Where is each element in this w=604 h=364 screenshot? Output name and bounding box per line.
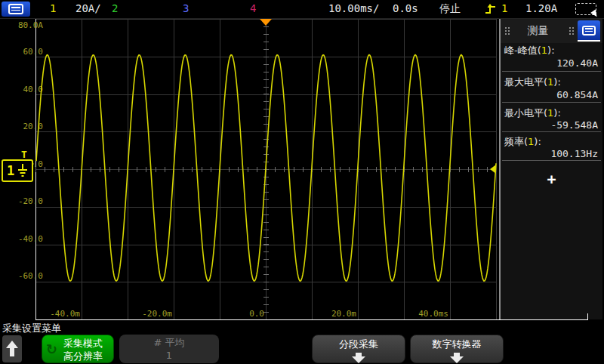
- measurements-panel: 测量 峰-峰值(1): 120.40A 最大电平(1): 60.854A 最小电…: [499, 19, 602, 319]
- measurement-label[interactable]: 最小电平(1):: [504, 106, 599, 120]
- trigger-level-status[interactable]: 1.20A: [525, 2, 557, 14]
- average-label: # 平均: [119, 336, 219, 349]
- ground-icon: [17, 164, 28, 177]
- y-axis-label: 80.0A: [2, 20, 43, 30]
- x-axis-label: -20.0m: [127, 309, 172, 319]
- center-axis-ticks-horizontal: [35, 167, 496, 172]
- measurements-menu-button[interactable]: [578, 20, 600, 42]
- x-axis-label: 40.0ms: [403, 309, 448, 319]
- axis-baseline: [35, 319, 588, 320]
- trigger-source-status[interactable]: 1: [501, 2, 507, 14]
- divider: [502, 102, 601, 103]
- measurements-panel-title: 测量: [501, 24, 575, 38]
- x-axis-label: 20.0m: [311, 309, 356, 319]
- x-axis-label: 0.0: [219, 309, 264, 319]
- channel1-marker-label: 1: [7, 163, 14, 178]
- measurement-value: 100.13Hz: [550, 148, 598, 159]
- down-arrow-icon: [352, 356, 365, 363]
- measurement-label[interactable]: 频率(1):: [504, 135, 599, 149]
- menu-back-button[interactable]: [2, 335, 22, 362]
- measurement-value: -59.548A: [550, 119, 598, 131]
- digitizer-label: 数字转换器: [411, 338, 503, 351]
- y-axis-label: 60.0: [2, 47, 43, 57]
- measurement-value: 60.854A: [556, 89, 598, 100]
- rising-edge-trigger-icon[interactable]: [485, 3, 497, 18]
- up-arrow-icon: [6, 341, 18, 348]
- drag-handle-icon[interactable]: [569, 27, 571, 29]
- channel1-ground-marker[interactable]: 1: [2, 159, 33, 182]
- delay-status[interactable]: 0.0s: [393, 2, 418, 14]
- status-bar: 1 20A/ 2 3 4 10.00ms/ 0.0s 停止 1 1.20A: [0, 0, 604, 19]
- run-state-status[interactable]: 停止: [439, 2, 461, 16]
- channel2-status[interactable]: 2: [112, 2, 118, 14]
- y-axis-label: 20.0: [2, 122, 43, 131]
- divider: [502, 71, 601, 72]
- divider: [502, 160, 601, 161]
- add-measurement-button[interactable]: +: [501, 170, 602, 188]
- menu-list-icon: [8, 4, 23, 14]
- x-axis-label: -40.0m: [35, 309, 80, 319]
- timebase-status[interactable]: 10.00ms/: [328, 2, 379, 14]
- waveform-display: 80.0A 60.0 40.0 20.0 0.0 -20.0 -40.0 -60…: [0, 19, 498, 319]
- menu-list-icon: [582, 26, 596, 35]
- graticule-right-border: [496, 19, 497, 319]
- trigger-level-t-label: T: [21, 149, 27, 160]
- acq-mode-value: 高分辨率: [53, 350, 113, 362]
- divider: [502, 131, 601, 132]
- down-arrow-icon: [450, 356, 464, 363]
- y-axis-label: -20.0: [2, 196, 43, 206]
- trigger-position-marker-icon[interactable]: [260, 19, 272, 26]
- acq-mode-label: 采集模式: [53, 337, 113, 350]
- oscilloscope-screen: 1 20A/ 2 3 4 10.00ms/ 0.0s 停止 1 1.20A 80…: [0, 0, 604, 364]
- average-count-button: # 平均 1: [119, 335, 219, 363]
- channel1-scale[interactable]: 20A/: [76, 2, 101, 14]
- channel3-status[interactable]: 3: [183, 2, 189, 14]
- main-menu-button[interactable]: [2, 2, 30, 17]
- measurement-value: 120.40A: [556, 57, 598, 69]
- average-value: 1: [119, 349, 219, 362]
- region-select-icon[interactable]: [575, 3, 596, 15]
- measurement-label[interactable]: 峰-峰值(1):: [504, 44, 599, 57]
- measurement-label[interactable]: 最大电平(1):: [504, 76, 599, 89]
- y-axis-label: 40.0: [2, 85, 43, 94]
- trigger-level-right-marker-icon[interactable]: [490, 165, 496, 174]
- segmented-acquisition-button[interactable]: 分段采集: [312, 335, 405, 363]
- channel1-status[interactable]: 1: [50, 2, 56, 14]
- y-axis-label: -40.0: [2, 234, 43, 244]
- y-axis-label: -60.0: [2, 271, 43, 281]
- channel4-status[interactable]: 4: [250, 2, 256, 14]
- axis-baseline-end: [587, 313, 588, 319]
- segmented-label: 分段采集: [313, 338, 405, 351]
- digitizer-button[interactable]: 数字转换器: [410, 335, 504, 363]
- acquisition-mode-button[interactable]: ↻ 采集模式 高分辨率: [42, 335, 114, 363]
- measurements-panel-header[interactable]: 测量: [501, 19, 602, 43]
- softkey-menu-title: 采集设置菜单: [2, 322, 61, 335]
